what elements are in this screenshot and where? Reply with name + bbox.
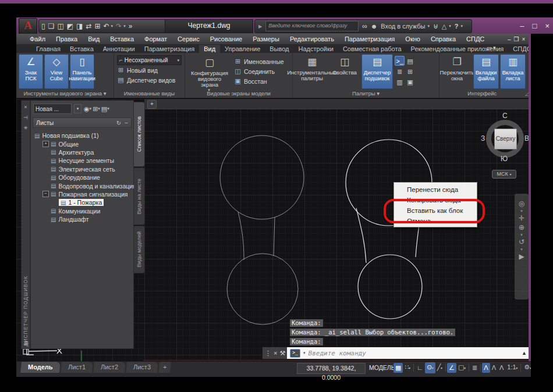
tree-item-Пожарная сигнализация[interactable]: −▤Пожарная сигнализация xyxy=(34,190,133,198)
search-icon[interactable]: ∞ xyxy=(362,22,367,30)
new-file-icon[interactable]: ▯ xyxy=(41,20,45,32)
save-as-icon[interactable]: ◩ xyxy=(67,20,73,32)
layers-palette-icon[interactable]: ≣ xyxy=(395,66,405,76)
переключить-окна-button[interactable]: ❐Переключить окна xyxy=(442,54,472,89)
expand-icon[interactable]: + xyxy=(42,141,49,147)
markup-icon[interactable]: ▤ xyxy=(405,56,415,66)
tree-item-1 - Пожарка[interactable]: ▤1 - Пожарка xyxy=(34,198,133,206)
sheet-set-combo-dropdown-icon[interactable]: ▾ xyxy=(74,104,81,113)
autoscale-icon[interactable]: Λ xyxy=(490,363,498,373)
item-Новый вид[interactable]: ⊞Новый вид xyxy=(117,65,182,75)
menu-Рисование[interactable]: Рисование xyxy=(205,34,247,44)
вкладки-файла-button[interactable]: ▤Вкладки файла xyxy=(473,54,499,89)
zoom-dropdown-icon[interactable]: ▾ xyxy=(520,233,523,237)
application-menu-button[interactable]: A xyxy=(19,18,37,34)
annotation-scale-value-dropdown[interactable]: ▾ xyxy=(515,366,518,370)
publish-icon[interactable]: ◉ xyxy=(84,105,90,113)
command-input[interactable]: >_ ▾ Введите команду ▲ xyxy=(287,347,530,359)
context-item-Вставить как блок[interactable]: Вставить как блок xyxy=(394,205,477,216)
tab-Вывод[interactable]: Вывод xyxy=(265,45,293,53)
palette-tab-Виды на листе[interactable]: Виды на листе xyxy=(134,168,145,225)
minimize-button[interactable]: – xyxy=(520,22,524,30)
context-item-Отмена[interactable]: Отмена xyxy=(394,216,477,226)
print-setup-icon-dropdown[interactable]: ▾ xyxy=(98,106,100,111)
search-input[interactable]: Введите ключевое слово/фразу xyxy=(265,21,359,31)
content-icon[interactable]: ▣ xyxy=(405,77,415,87)
command-expand-icon[interactable]: ▲ xyxy=(522,350,527,356)
print-icon[interactable]: ⊞ xyxy=(94,20,100,32)
command-tools-icon[interactable]: ⚒ xyxy=(279,350,285,357)
menu-Сервис[interactable]: Сервис xyxy=(172,34,205,44)
tree-item-Новая подшивка (1)[interactable]: ▤Новая подшивка (1) xyxy=(34,131,133,140)
layout-tab-Лист3[interactable]: Лист3 xyxy=(126,362,158,373)
mdi-close-icon[interactable]: × xyxy=(522,36,526,42)
tab-Надстройки[interactable]: Надстройки xyxy=(294,45,338,53)
item-Именованные[interactable]: ⊞Именованные xyxy=(234,56,284,66)
orbit-icon[interactable]: ↺ xyxy=(519,238,524,246)
tree-item-Водопровод и канализация[interactable]: ▤Водопровод и канализация xyxy=(34,181,133,190)
collapse-icon[interactable]: − xyxy=(42,191,49,197)
collapse-icon[interactable]: − xyxy=(125,119,128,127)
viewcube-wcs-button[interactable]: МСК ▾ xyxy=(492,170,516,179)
инструментальные-палитры-button[interactable]: ▦Инструментальные палитры xyxy=(296,54,328,89)
viewcube-west[interactable]: З xyxy=(481,134,485,142)
palette-properties-icon[interactable]: ✳ xyxy=(23,124,28,132)
transfer-icon[interactable]: ⇄ xyxy=(86,20,91,32)
mdi-restore-icon[interactable]: ❐ xyxy=(514,36,519,42)
tree-item-Общие[interactable]: +▤Общие xyxy=(34,140,133,148)
space-label[interactable]: МОДЕЛЬ xyxy=(369,363,395,373)
open-file-icon[interactable]: ❏ xyxy=(48,20,55,32)
help-dropdown-icon[interactable]: ▾ xyxy=(460,24,463,28)
панель-навигации-button[interactable]: ▯Панель навигации xyxy=(70,54,94,89)
annotation-scale-value[interactable]: 1:1 ▾ xyxy=(505,362,519,373)
sheet-set-combo[interactable]: Новая ... xyxy=(33,104,72,114)
object-snap-icon[interactable]: ▢ ▾ xyxy=(456,362,467,373)
panel-palettes-label[interactable]: Палитры ▾ xyxy=(293,90,439,97)
layout-tab-Модель[interactable]: Модель xyxy=(20,362,61,373)
item-Соединить[interactable]: ◫Соединить xyxy=(234,66,284,76)
showmotion-icon[interactable]: ▶ xyxy=(519,252,524,261)
new-drawing-tab-button[interactable]: + xyxy=(147,100,157,109)
help-icon[interactable]: ? xyxy=(455,23,459,30)
viewcube-south[interactable]: Ю xyxy=(501,155,508,163)
menu-Вид[interactable]: Вид xyxy=(83,34,105,44)
undo-icon[interactable]: ↶ xyxy=(104,20,109,32)
maximize-button[interactable]: □ xyxy=(533,22,537,30)
layout-tab-Лист1[interactable]: Лист1 xyxy=(61,362,93,373)
calculator-icon[interactable]: ⊞ xyxy=(405,66,415,76)
menu-Окно[interactable]: Окно xyxy=(400,34,426,44)
viewport-config-button[interactable]: ▢ Конфигурация видового экрана ▾ xyxy=(190,55,229,90)
view-combo[interactable]: ⌐ Несохраненный ▾ xyxy=(117,55,182,65)
drag-handle-icon[interactable]: ⋮ xyxy=(265,350,271,357)
tab-Совместная работа[interactable]: Совместная работа xyxy=(338,45,406,53)
snap-icon[interactable]: ∷ ▾ xyxy=(403,362,412,373)
tree-item-Оборудование[interactable]: ▤Оборудование xyxy=(34,173,133,181)
recent-commands-icon[interactable]: >_ xyxy=(290,349,300,358)
viewcube-top-face[interactable]: Сверху xyxy=(494,129,517,149)
refresh-icon[interactable]: ↻ xyxy=(116,119,121,127)
tab-Параметризация[interactable]: Параметризация xyxy=(140,45,199,53)
isodraft-icon-dropdown[interactable]: ▾ xyxy=(439,366,442,370)
steering-wheel-icon[interactable]: ◎ xyxy=(519,199,524,208)
redo-icon-dropdown[interactable]: ▾ xyxy=(123,24,126,28)
zoom-icon[interactable]: ⊕ xyxy=(519,223,524,231)
viewcube-north[interactable]: С xyxy=(502,112,508,120)
layout-tab-Лист2[interactable]: Лист2 xyxy=(93,362,126,373)
close-button[interactable]: × xyxy=(545,22,550,30)
snap-icon-dropdown[interactable]: ▾ xyxy=(407,366,410,370)
annotation-scale-person-icon[interactable]: Λ xyxy=(498,363,505,373)
a360-icon[interactable]: △ xyxy=(442,23,446,30)
polar-tracking-icon-dropdown[interactable]: ▾ xyxy=(431,366,434,370)
signin-dropdown-icon[interactable]: ▾ xyxy=(427,24,430,28)
свойства-button[interactable]: ◫Свойства xyxy=(329,54,360,89)
item-Восстан[interactable]: ▣Восстан xyxy=(234,76,284,86)
undo-icon-dropdown[interactable]: ▾ xyxy=(111,24,114,28)
tree-item-Несущие элементы[interactable]: ▤Несущие элементы xyxy=(34,156,133,165)
object-snap-tracking-icon[interactable]: ∠ xyxy=(447,363,456,373)
command-bar-grip[interactable]: ⋮ × ⚒ xyxy=(263,347,287,359)
tab-Вставка[interactable]: Вставка xyxy=(65,45,98,53)
вкладка-листа-button[interactable]: ▥Вкладка листа xyxy=(500,54,526,89)
tree-item-Ландшафт[interactable]: ▤Ландшафт xyxy=(34,215,133,223)
palette-tab-Список листов[interactable]: Список листов xyxy=(134,102,145,167)
wheel-dropdown-icon[interactable]: ▾ xyxy=(520,209,523,213)
